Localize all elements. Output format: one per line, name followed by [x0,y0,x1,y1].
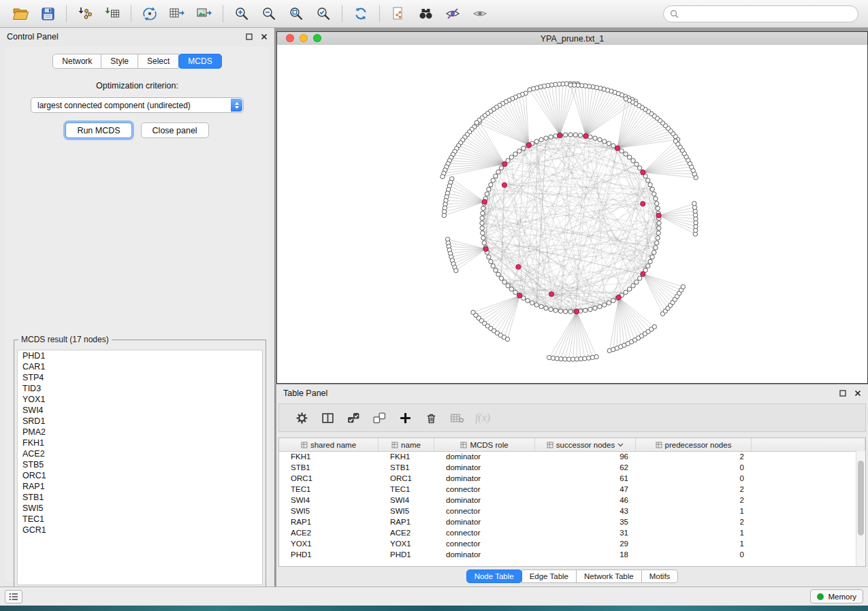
hide-graphics-details-button[interactable] [468,3,492,24]
table-cell[interactable]: FKH1 [379,451,434,462]
table-cell[interactable]: 2 [636,484,752,495]
table-cell[interactable]: dominator [434,462,535,473]
delete-column-button[interactable] [419,408,443,428]
table-cell[interactable]: connector [434,506,535,516]
mcds-result-item[interactable]: ACE2 [18,448,262,459]
zoom-fit-button[interactable] [284,3,308,24]
network-canvas[interactable] [277,45,867,383]
mcds-result-item[interactable]: FKH1 [18,437,262,448]
tab-network-table[interactable]: Network Table [576,569,642,583]
open-folder-button[interactable] [8,3,33,24]
table-cell[interactable]: SWI4 [379,495,434,506]
table-cell[interactable]: STB1 [279,462,379,473]
mcds-result-item[interactable]: PMA2 [18,427,262,437]
table-cell[interactable]: connector [434,484,535,495]
table-cell[interactable]: dominator [434,473,535,484]
table-cell[interactable]: ACE2 [379,527,434,538]
window-zoom-button[interactable] [313,34,321,42]
mcds-result-item[interactable]: YOX1 [18,394,262,405]
mcds-result-item[interactable]: PHD1 [18,350,262,361]
mcds-result-item[interactable]: TID3 [18,383,262,394]
table-cell[interactable]: 1 [636,506,752,516]
select-all-rows-button[interactable] [342,408,365,428]
scrollbar-thumb[interactable] [858,461,864,535]
window-close-button[interactable] [286,34,294,42]
table-row[interactable]: PHD1PHD1dominator180 [279,549,856,560]
mcds-result-item[interactable]: SWI5 [18,503,262,514]
save-button[interactable] [35,3,60,24]
import-network-file-button[interactable] [73,3,97,24]
zoom-out-button[interactable] [257,3,281,24]
column-header-shared-name[interactable]: shared name [279,438,379,451]
table-cell[interactable]: 62 [535,462,636,473]
search-input[interactable] [683,8,852,19]
table-cell[interactable]: connector [434,538,535,549]
tab-motifs[interactable]: Motifs [641,569,679,583]
table-row[interactable]: SWI5SWI5connector431 [279,506,856,516]
table-row[interactable]: TEC1TEC1connector472 [279,484,856,495]
table-cell[interactable]: STB1 [379,462,434,473]
table-cell[interactable]: dominator [434,516,535,527]
column-header-successor-nodes[interactable]: successor nodes [535,438,636,451]
binoculars-button[interactable] [413,3,438,24]
window-minimize-button[interactable] [300,34,308,42]
tab-node-table[interactable]: Node Table [466,569,522,583]
tab-network[interactable]: Network [52,54,101,69]
table-cell[interactable]: connector [434,527,535,538]
table-cell[interactable]: 2 [636,495,752,506]
table-row[interactable]: ACE2ACE2connector311 [279,527,856,538]
mcds-result-item[interactable]: CAR1 [18,361,262,372]
table-row[interactable]: STB1STB1dominator620 [279,462,856,473]
table-cell[interactable]: TEC1 [379,484,434,495]
tab-mcds[interactable]: MCDS [178,54,221,69]
table-cell[interactable]: RAP1 [379,516,434,527]
mcds-result-item[interactable]: SWI4 [18,405,262,416]
table-cell[interactable]: 2 [636,516,752,527]
table-settings-button[interactable] [290,408,313,428]
export-image-button[interactable] [192,3,216,24]
table-scrollbar[interactable] [856,451,865,566]
table-cell[interactable]: ORC1 [379,473,434,484]
table-cell[interactable]: dominator [434,451,535,462]
table-cell[interactable]: dominator [434,549,535,560]
table-cell[interactable]: 0 [636,473,752,484]
tab-select[interactable]: Select [138,54,179,69]
mcds-result-item[interactable]: STB5 [18,459,262,470]
import-table-file-button[interactable] [100,3,125,24]
share-network-button[interactable] [138,3,162,24]
close-panel-icon[interactable] [261,33,268,40]
table-row[interactable]: YOX1YOX1connector291 [279,538,856,549]
table-cell[interactable]: dominator [434,495,535,506]
float-panel-icon[interactable] [839,390,846,397]
mcds-result-item[interactable]: STP4 [18,372,262,383]
table-cell[interactable]: YOX1 [379,538,434,549]
zoom-selected-button[interactable] [311,3,336,24]
table-cell[interactable]: PHD1 [379,549,434,560]
tab-style[interactable]: Style [101,54,138,69]
table-cell[interactable]: 18 [535,549,636,560]
table-cell[interactable]: 1 [636,527,752,538]
table-cell[interactable]: 31 [535,527,636,538]
create-column-button[interactable] [393,408,417,428]
mcds-result-item[interactable]: STB1 [18,492,262,503]
table-cell[interactable]: SWI5 [379,506,434,516]
zoom-in-button[interactable] [229,3,254,24]
table-row[interactable]: FKH1FKH1dominator962 [279,451,856,462]
criterion-dropdown[interactable]: largest connected component (undirected) [31,97,244,113]
table-cell[interactable]: SWI4 [279,495,379,506]
show-columns-button[interactable] [316,408,339,428]
mcds-result-item[interactable]: ORC1 [18,470,262,481]
tab-edge-table[interactable]: Edge Table [521,569,577,583]
panel-list-button[interactable] [5,590,22,604]
table-cell[interactable]: 29 [535,538,636,549]
table-cell[interactable]: 61 [535,473,636,484]
close-panel-icon[interactable] [854,390,861,397]
table-cell[interactable]: TEC1 [279,484,379,495]
mcds-result-item[interactable]: SRD1 [18,416,262,427]
export-document-button[interactable] [386,3,411,24]
column-header-predecessor-nodes[interactable]: predecessor nodes [636,438,752,451]
table-cell[interactable]: 0 [636,462,752,473]
table-row[interactable]: SWI4SWI4dominator462 [279,495,856,506]
mcds-result-item[interactable]: GCR1 [18,525,262,535]
mcds-result-item[interactable]: RAP1 [18,481,262,492]
